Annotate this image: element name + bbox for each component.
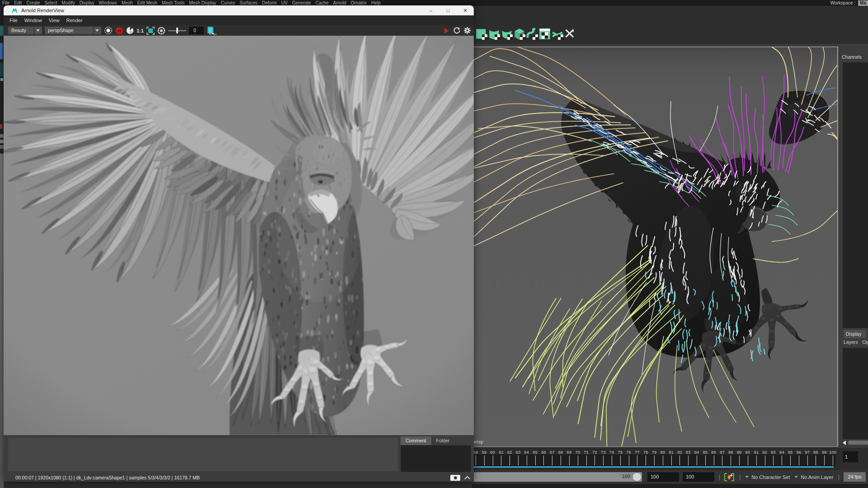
maya-menu-windows[interactable]: Windows bbox=[96, 0, 119, 5]
frame-label-68: 68 bbox=[556, 450, 565, 455]
maya-menu-mesh-display[interactable]: Mesh Display bbox=[187, 0, 218, 5]
arnold-menu-render[interactable]: Render bbox=[66, 18, 83, 23]
character-set-selector[interactable]: No Character Set bbox=[751, 474, 790, 480]
current-frame-field[interactable]: 1 bbox=[843, 451, 858, 462]
maya-menu-mesh[interactable]: Mesh bbox=[119, 0, 135, 5]
maximize-button[interactable]: □ bbox=[439, 5, 457, 15]
aov-select[interactable]: Beauty bbox=[8, 27, 34, 34]
close-button[interactable]: ✕ bbox=[457, 5, 474, 15]
shelf-uv-editor-icon[interactable] bbox=[539, 28, 551, 40]
maya-menu-curves[interactable]: Curves bbox=[218, 0, 237, 5]
playback-end-field[interactable]: 100 bbox=[683, 472, 714, 482]
camera-select-caret[interactable] bbox=[94, 27, 101, 34]
maya-menu-modify[interactable]: Modify bbox=[59, 0, 77, 5]
frame-label-87: 87 bbox=[717, 450, 726, 455]
arnold-menu-window[interactable]: Window bbox=[24, 18, 42, 23]
fps-button[interactable]: 24 fps bbox=[844, 472, 866, 482]
aov-select-caret[interactable] bbox=[34, 27, 42, 34]
tab-folder[interactable]: Folder bbox=[431, 436, 455, 445]
camera-select[interactable]: perspShape bbox=[45, 27, 93, 34]
maya-menu-cache[interactable]: Cache bbox=[313, 0, 331, 5]
viewport-panel[interactable] bbox=[474, 47, 837, 446]
shelf-plane-texture-icon[interactable] bbox=[476, 28, 487, 40]
aov-icon-caption: DG bbox=[213, 33, 217, 35]
tab-channels[interactable]: Channels bbox=[842, 54, 862, 60]
arnold-menu-file[interactable]: File bbox=[9, 18, 18, 23]
arnold-menu-view[interactable]: View bbox=[49, 18, 60, 23]
playback-start-field[interactable]: 100 bbox=[647, 472, 679, 482]
range-slider-handle[interactable] bbox=[633, 473, 641, 481]
frame-tick bbox=[620, 455, 621, 465]
anim-layer-selector[interactable]: No Anim Layer bbox=[801, 474, 833, 480]
minimize-button[interactable]: – bbox=[422, 5, 439, 15]
frame-label-86: 86 bbox=[709, 450, 718, 455]
camera-snapshot-button[interactable] bbox=[450, 475, 460, 481]
zoom-1to1-button[interactable]: 1:1 bbox=[137, 28, 144, 33]
options-menu-partial[interactable]: Op bbox=[863, 339, 868, 345]
layers-menu[interactable]: Layers bbox=[844, 339, 858, 345]
shelf-cut-uv-icon[interactable] bbox=[552, 28, 563, 40]
scroll-left-arrow-icon[interactable] bbox=[843, 441, 846, 445]
workspace-selector[interactable]: Ma bbox=[858, 0, 868, 6]
frame-label-82: 82 bbox=[675, 450, 684, 455]
auto-key-button[interactable] bbox=[724, 472, 735, 482]
ipr-play-icon[interactable] bbox=[443, 27, 450, 34]
maya-menu-create[interactable]: Create bbox=[24, 0, 42, 5]
time-slider[interactable]: 5859606162636465666768697071727374757677… bbox=[472, 448, 840, 470]
maya-menu-ornatrix[interactable]: Ornatrix bbox=[349, 0, 369, 5]
snapshot-icon[interactable] bbox=[157, 27, 165, 35]
frame-tick bbox=[807, 455, 808, 465]
render-start-icon[interactable] bbox=[104, 26, 113, 35]
scrollbar-track[interactable] bbox=[848, 441, 868, 445]
frame-label-91: 91 bbox=[752, 450, 761, 455]
maya-menu-file[interactable]: File bbox=[0, 0, 12, 5]
frame-tick bbox=[612, 455, 612, 465]
shelf-curve-texture-icon[interactable] bbox=[526, 28, 538, 40]
character-set-caret-icon[interactable] bbox=[745, 476, 749, 478]
maya-menu-surfaces[interactable]: Surfaces bbox=[237, 0, 259, 5]
frame-tick bbox=[552, 455, 552, 465]
maya-shelf bbox=[474, 26, 840, 44]
maya-menu-arnold[interactable]: Arnold bbox=[331, 0, 349, 5]
shelf-curved-plane-texture-icon[interactable] bbox=[501, 28, 513, 40]
maya-menu-uv[interactable]: UV bbox=[279, 0, 290, 5]
arnold-title-bar[interactable]: Arnold RenderView – □ ✕ bbox=[4, 5, 474, 15]
frame-label-88: 88 bbox=[726, 450, 735, 455]
frame-label-80: 80 bbox=[658, 450, 667, 455]
render-image[interactable] bbox=[4, 36, 474, 435]
maya-menu-display[interactable]: Display bbox=[77, 0, 97, 5]
refresh-icon[interactable] bbox=[453, 27, 461, 34]
debug-shading-icon[interactable] bbox=[126, 27, 134, 34]
exposure-slider[interactable] bbox=[168, 27, 186, 34]
crop-region-icon[interactable] bbox=[146, 27, 155, 35]
maya-application: FileEditCreateSelectModifyDisplayWindows… bbox=[0, 0, 868, 488]
maya-menu-edit[interactable]: Edit bbox=[12, 0, 24, 5]
range-slider[interactable]: 100 bbox=[474, 472, 642, 482]
tab-display[interactable]: Display bbox=[844, 330, 866, 338]
maya-menu-deform[interactable]: Deform bbox=[260, 0, 279, 5]
frame-tick bbox=[671, 455, 672, 465]
aov-browser-icon[interactable]: DG bbox=[207, 26, 217, 35]
maya-menu-mesh-tools[interactable]: Mesh Tools bbox=[160, 0, 187, 5]
comment-input[interactable] bbox=[401, 445, 471, 472]
maya-left-edge bbox=[0, 6, 4, 488]
exposure-slider-knob[interactable] bbox=[176, 28, 178, 33]
render-abort-icon[interactable] bbox=[115, 27, 123, 35]
anim-layer-caret-icon[interactable] bbox=[794, 476, 798, 478]
frame-tick bbox=[527, 455, 527, 465]
maya-menu-help[interactable]: Help bbox=[369, 0, 383, 5]
maya-menu-generate[interactable]: Generate bbox=[290, 0, 313, 5]
shelf-cube-texture-icon[interactable] bbox=[514, 28, 525, 40]
cached-playback-line bbox=[472, 466, 834, 468]
shelf-bent-plane-texture-icon[interactable] bbox=[488, 28, 500, 40]
collapse-chevron-button[interactable] bbox=[464, 475, 471, 481]
panel-scrollbar[interactable] bbox=[842, 439, 868, 446]
exposure-value-field[interactable]: 0 bbox=[189, 27, 204, 34]
comment-display-area bbox=[8, 438, 398, 471]
shelf-sew-uv-icon[interactable] bbox=[564, 28, 576, 40]
tab-comment[interactable]: Comment bbox=[401, 436, 431, 445]
maya-menu-edit-mesh[interactable]: Edit Mesh bbox=[135, 0, 159, 5]
frame-label-98: 98 bbox=[811, 450, 820, 455]
maya-menu-select[interactable]: Select bbox=[42, 0, 59, 5]
settings-gear-icon[interactable] bbox=[463, 27, 471, 34]
